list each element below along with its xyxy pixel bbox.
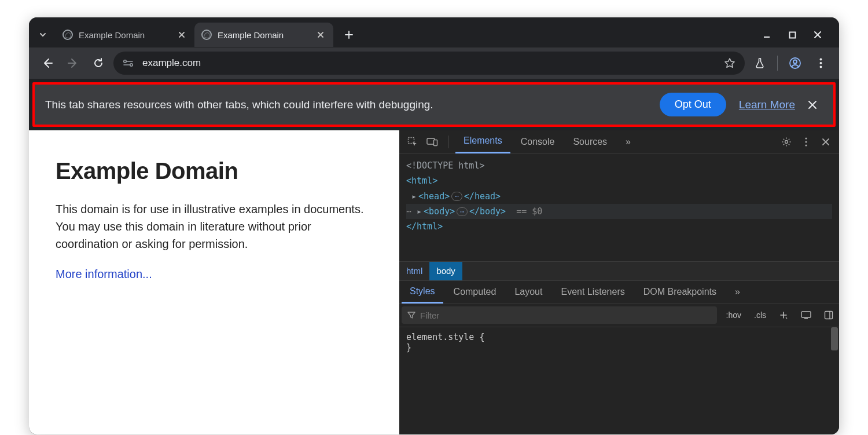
page-viewport: Example Domain This domain is for use in… bbox=[29, 130, 399, 434]
svg-rect-10 bbox=[434, 140, 437, 145]
svg-point-12 bbox=[805, 137, 807, 139]
svg-point-6 bbox=[819, 62, 822, 64]
devtools-kebab-icon[interactable] bbox=[797, 133, 815, 151]
close-infobar-button[interactable] bbox=[808, 100, 823, 109]
browser-tab-inactive[interactable]: Example Domain bbox=[56, 23, 194, 47]
opt-out-button[interactable]: Opt Out bbox=[660, 93, 726, 116]
styles-body[interactable]: element.style { } bbox=[399, 327, 839, 435]
tab-computed[interactable]: Computed bbox=[446, 280, 505, 304]
filter-icon bbox=[407, 311, 415, 319]
svg-rect-16 bbox=[825, 312, 833, 319]
tab-strip: Example Domain Example Domain bbox=[29, 17, 839, 47]
tab-layout[interactable]: Layout bbox=[506, 280, 550, 304]
profile-icon[interactable] bbox=[785, 53, 806, 74]
svg-rect-15 bbox=[801, 312, 811, 317]
close-tab-button[interactable] bbox=[315, 29, 326, 41]
ellipsis-icon[interactable]: ⋯ bbox=[457, 207, 468, 216]
dom-body-row-selected[interactable]: ⋯ ▸<body>⋯</body> == $0 bbox=[406, 204, 832, 219]
dom-body-open: <body> bbox=[424, 206, 455, 217]
svg-rect-0 bbox=[789, 32, 795, 38]
expand-caret-icon[interactable]: ▸ bbox=[417, 204, 424, 219]
globe-icon bbox=[62, 30, 73, 40]
device-toolbar-icon[interactable] bbox=[424, 133, 441, 151]
devtools-panel: Elements Console Sources » <!DOCTYPE htm… bbox=[399, 130, 839, 434]
more-information-link[interactable]: More information... bbox=[56, 268, 152, 280]
browser-tab-active[interactable]: Example Domain bbox=[194, 23, 333, 47]
tab-sources[interactable]: Sources bbox=[565, 130, 615, 153]
styles-panel-toggle-icon[interactable] bbox=[821, 310, 837, 320]
computed-styles-icon[interactable] bbox=[797, 311, 815, 319]
tab-styles[interactable]: Styles bbox=[402, 280, 443, 304]
devtools-separator bbox=[448, 136, 448, 148]
elements-tree[interactable]: <!DOCTYPE html> <html> ▸<head>⋯</head> ⋯… bbox=[399, 153, 839, 261]
back-button[interactable] bbox=[37, 53, 58, 74]
scrollbar-thumb[interactable] bbox=[831, 327, 838, 350]
forward-button[interactable] bbox=[62, 53, 83, 74]
svg-point-1 bbox=[124, 60, 126, 63]
dom-doctype: <!DOCTYPE html> bbox=[406, 160, 484, 171]
new-style-rule-icon[interactable] bbox=[775, 310, 792, 320]
hov-toggle[interactable]: :hov bbox=[723, 310, 745, 320]
bookmark-star-icon[interactable] bbox=[724, 57, 735, 69]
styles-filter-row: :hov .cls bbox=[399, 304, 839, 327]
elements-breadcrumb: html body bbox=[399, 261, 839, 281]
styles-tabbar: Styles Computed Layout Event Listeners D… bbox=[399, 281, 839, 304]
minimize-button[interactable] bbox=[760, 28, 773, 41]
inspect-element-icon[interactable] bbox=[404, 133, 421, 151]
infobar-container: This tab shares resources with other tab… bbox=[29, 79, 839, 130]
reload-button[interactable] bbox=[88, 53, 109, 74]
dom-head-close: </head> bbox=[464, 191, 501, 202]
tab-title: Example Domain bbox=[218, 30, 309, 40]
browser-window: Example Domain Example Domain bbox=[29, 17, 839, 434]
close-devtools-icon[interactable] bbox=[817, 133, 834, 151]
content-area: Example Domain This domain is for use in… bbox=[29, 130, 839, 434]
styles-line: } bbox=[406, 342, 832, 353]
tab-search-button[interactable] bbox=[34, 25, 52, 44]
styles-line: element.style { bbox=[406, 332, 832, 342]
window-controls bbox=[760, 28, 834, 41]
dom-head-open: <head> bbox=[418, 191, 450, 202]
svg-point-5 bbox=[819, 59, 822, 61]
debugging-infobar: This tab shares resources with other tab… bbox=[32, 82, 836, 127]
labs-icon[interactable] bbox=[749, 53, 770, 74]
tab-title: Example Domain bbox=[79, 30, 170, 40]
svg-point-11 bbox=[785, 140, 788, 143]
page-paragraph: This domain is for use in illustrative e… bbox=[56, 200, 373, 253]
expand-caret-icon[interactable]: ▸ bbox=[411, 189, 418, 204]
tab-dom-breakpoints[interactable]: DOM Breakpoints bbox=[635, 280, 724, 304]
learn-more-link[interactable]: Learn More bbox=[739, 98, 795, 111]
infobar-message: This tab shares resources with other tab… bbox=[45, 98, 647, 111]
dom-body-close: </body> bbox=[469, 206, 506, 217]
dom-html-open: <html> bbox=[406, 176, 437, 186]
kebab-menu-icon[interactable] bbox=[810, 53, 831, 74]
page-heading: Example Domain bbox=[56, 158, 373, 184]
tab-event-listeners[interactable]: Event Listeners bbox=[553, 280, 632, 304]
svg-point-2 bbox=[130, 64, 133, 66]
cls-toggle[interactable]: .cls bbox=[751, 310, 770, 320]
devtools-tabbar: Elements Console Sources » bbox=[399, 130, 839, 153]
dom-html-close: </html> bbox=[406, 221, 443, 232]
styles-filter-box[interactable] bbox=[402, 306, 717, 324]
maximize-button[interactable] bbox=[786, 28, 799, 41]
site-settings-icon[interactable] bbox=[123, 59, 134, 67]
globe-icon bbox=[201, 30, 212, 40]
tab-console[interactable]: Console bbox=[513, 130, 563, 153]
close-tab-button[interactable] bbox=[176, 29, 187, 41]
close-window-button[interactable] bbox=[811, 28, 824, 41]
styles-filter-input[interactable] bbox=[420, 310, 711, 320]
styles-tabs-overflow[interactable]: » bbox=[727, 280, 748, 304]
toolbar-separator bbox=[777, 56, 778, 71]
breadcrumb-body[interactable]: body bbox=[429, 262, 462, 280]
tab-elements[interactable]: Elements bbox=[455, 130, 510, 153]
breadcrumb-html[interactable]: html bbox=[399, 262, 429, 280]
ellipsis-icon[interactable]: ⋯ bbox=[451, 192, 462, 200]
url-text: example.com bbox=[142, 57, 716, 69]
address-bar[interactable]: example.com bbox=[113, 52, 745, 75]
new-tab-button[interactable] bbox=[339, 25, 359, 45]
gear-icon[interactable] bbox=[778, 133, 795, 151]
tabs-overflow[interactable]: » bbox=[617, 130, 639, 153]
toolbar: example.com bbox=[29, 47, 839, 79]
dom-sel-suffix: == $0 bbox=[516, 206, 542, 217]
svg-point-4 bbox=[793, 60, 797, 64]
svg-point-13 bbox=[805, 141, 807, 142]
